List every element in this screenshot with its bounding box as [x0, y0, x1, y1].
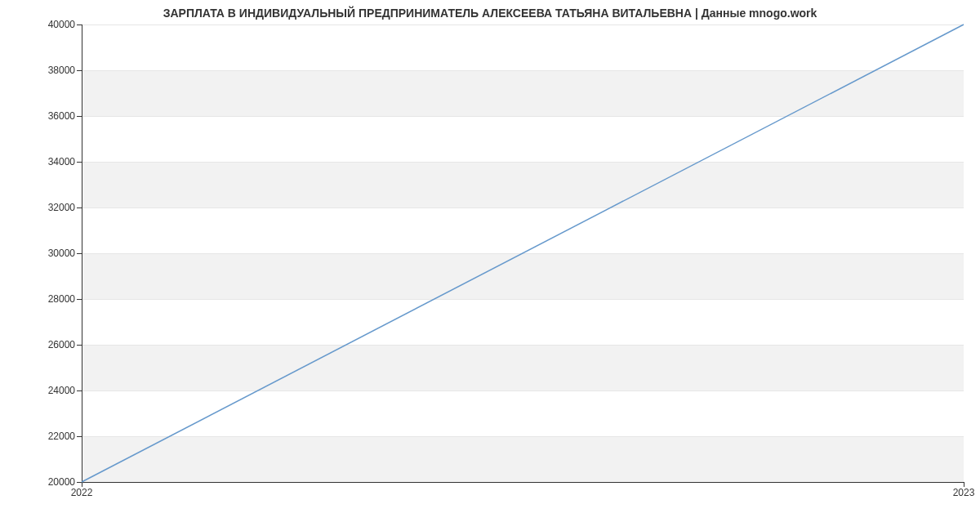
y-tick-label: 40000 [10, 19, 75, 30]
chart-title: ЗАРПЛАТА В ИНДИВИДУАЛЬНЫЙ ПРЕДПРИНИМАТЕЛ… [0, 7, 980, 20]
y-tick-label: 34000 [10, 156, 75, 167]
plot-area [82, 25, 964, 482]
grid-band [82, 116, 964, 162]
y-tick-label: 36000 [10, 110, 75, 122]
y-tick-label: 32000 [10, 202, 75, 213]
y-tick-label: 38000 [10, 65, 75, 76]
y-tick-label: 26000 [10, 339, 75, 350]
grid-band [82, 299, 964, 345]
y-tick-label: 30000 [10, 248, 75, 259]
x-tick-label: 2022 [71, 487, 93, 498]
chart-svg [82, 25, 964, 482]
y-tick-label: 20000 [10, 476, 75, 488]
x-tick-label: 2023 [953, 487, 975, 498]
grid-band [82, 345, 964, 390]
grid-band [82, 207, 964, 253]
y-tick-label: 24000 [10, 385, 75, 396]
y-tick-label: 28000 [10, 293, 75, 305]
y-tick-label: 22000 [10, 431, 75, 442]
grid-band [82, 253, 964, 299]
grid-band [82, 25, 964, 70]
grid-band [82, 436, 964, 482]
grid-band [82, 162, 964, 207]
chart-container: ЗАРПЛАТА В ИНДИВИДУАЛЬНЫЙ ПРЕДПРИНИМАТЕЛ… [0, 0, 980, 531]
